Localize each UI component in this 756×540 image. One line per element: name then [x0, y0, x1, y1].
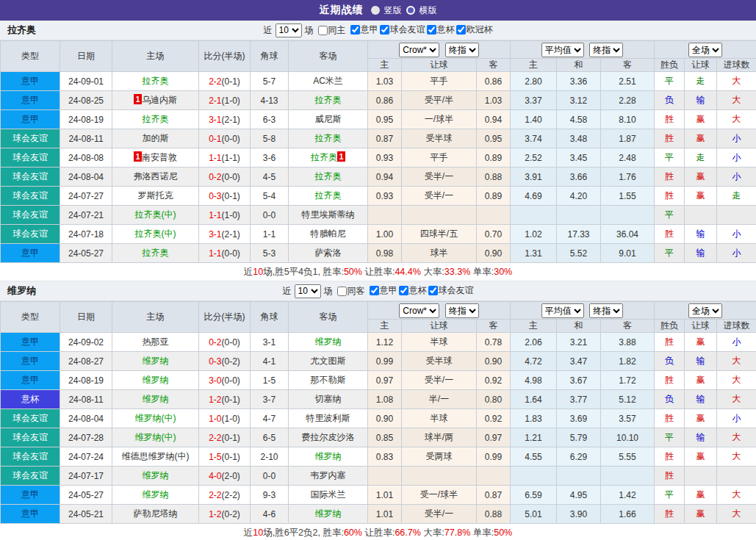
sub-avg-away: 客 — [601, 320, 655, 333]
avg-draw-cell — [557, 467, 601, 486]
league-checkbox[interactable] — [380, 25, 389, 35]
avg-away-cell: 1.82 — [601, 352, 655, 371]
halftime-score: (0-1) — [222, 76, 240, 87]
radio-vertical-icon[interactable] — [371, 6, 380, 15]
match-row: 意甲24-08-19拉齐奥3-1(2-1)6-3威尼斯0.95一/球半0.941… — [1, 110, 756, 129]
sub-avg-home: 主 — [511, 59, 557, 72]
fulltime-score: 1-1 — [209, 248, 221, 259]
avg-home-cell: 1.64 — [511, 390, 557, 409]
same-venue-filter[interactable]: 同客 — [336, 285, 365, 298]
same-venue-checkbox[interactable] — [337, 287, 347, 296]
scope-select[interactable]: 全场 — [688, 303, 722, 318]
summary-text: 场,胜6平2负2, 胜率: — [263, 528, 344, 538]
bookmaker-select[interactable]: Crow* — [399, 43, 439, 57]
league-filter[interactable]: 意甲 — [368, 284, 397, 297]
bookmaker-select[interactable]: Crow* — [399, 303, 439, 318]
radio-horizontal-label[interactable]: 横版 — [420, 4, 437, 17]
radio-horizontal-icon[interactable] — [406, 6, 415, 15]
away-team-cell: 维罗纳 — [289, 505, 368, 524]
avg-away-cell: 1.42 — [601, 486, 655, 505]
league-filter[interactable]: 意甲 — [349, 24, 378, 36]
avg-draw-cell: 3.47 — [557, 352, 601, 371]
team-label: AC米兰 — [313, 76, 343, 86]
layout-toggle: 竖版 横版 — [371, 4, 437, 17]
league-filter[interactable]: 球会友谊 — [427, 284, 474, 297]
league-checkbox[interactable] — [350, 25, 360, 35]
odds-home-cell: 0.93 — [368, 187, 402, 206]
score-cell: 3-0(0-0) — [199, 371, 251, 390]
odds-away-cell: 0.99 — [477, 447, 511, 467]
summary-text: 场,胜5平4负1, 胜率: — [263, 267, 344, 277]
result-label: 大 — [732, 114, 741, 124]
home-team-cell: 维罗纳(中) — [112, 409, 199, 428]
league-filter[interactable]: 球会友谊 — [378, 24, 425, 36]
league-checkbox[interactable] — [428, 286, 438, 295]
league-checkbox[interactable] — [427, 25, 436, 35]
sub-avg-draw: 和 — [557, 59, 601, 72]
league-checkbox[interactable] — [399, 286, 408, 295]
league-filter[interactable]: 意杯 — [397, 284, 427, 297]
date-cell: 24-09-01 — [60, 72, 112, 91]
away-team-cell: 维罗纳 — [289, 333, 368, 352]
match-row: 意甲24-09-02热那亚0-2(0-0)3-1维罗纳1.12半球0.782.0… — [1, 333, 756, 352]
score-cell: 0-2(0-0) — [199, 168, 251, 187]
scope-group-header: 全场 — [655, 302, 756, 320]
same-venue-checkbox[interactable] — [318, 26, 328, 35]
fulltime-score: 2-2 — [209, 433, 221, 443]
result-goals-cell: 小 — [717, 409, 756, 428]
handicap-line-cell — [402, 467, 477, 486]
results-table: 类型 日期 主场 比分(半场) 角球 客场 Crow* 终指 平均值 终指 — [0, 301, 756, 524]
avg-final-select[interactable]: 终指 — [589, 303, 623, 318]
team-label: 维罗纳 — [143, 489, 169, 500]
avg-away-cell: 2.48 — [601, 148, 655, 168]
avg-home-cell: 6.59 — [511, 486, 557, 505]
avg-home-cell: 1.83 — [511, 409, 557, 428]
odds-final-select[interactable]: 终指 — [445, 43, 479, 57]
result-label: 平 — [665, 432, 674, 442]
same-venue-label: 同客 — [348, 285, 365, 298]
handicap-line-cell: 四球半/五 — [402, 225, 477, 244]
date-cell: 24-08-04 — [60, 409, 112, 428]
home-team-cell: 维罗纳(中) — [112, 428, 199, 447]
result-label: 大 — [732, 451, 741, 461]
avg-away-cell: 1.66 — [601, 505, 655, 524]
result-wdl-cell: 胜 — [655, 168, 685, 187]
average-select[interactable]: 平均值 — [541, 303, 584, 318]
away-team-cell: 特里波利斯 — [289, 409, 368, 428]
handicap-line-cell: 受半/一 — [402, 371, 477, 390]
home-team-cell: 维罗纳 — [112, 371, 199, 390]
team-label: 维罗纳 — [143, 394, 169, 404]
result-label: 输 — [696, 432, 705, 442]
result-handicap-cell: 赢 — [685, 505, 717, 524]
average-select[interactable]: 平均值 — [541, 43, 584, 57]
away-team-cell: 尤文图斯 — [289, 352, 368, 371]
summary-stat-value: 50% — [494, 528, 512, 538]
halftime-score: (1-0) — [222, 210, 240, 220]
scope-select[interactable]: 全场 — [688, 43, 722, 57]
radio-vertical-label[interactable]: 竖版 — [384, 4, 402, 17]
match-count-select[interactable]: 10 — [276, 24, 302, 37]
corners-cell: 4-6 — [251, 505, 289, 524]
avg-final-select[interactable]: 终指 — [589, 43, 623, 57]
same-venue-filter[interactable]: 同主 — [317, 24, 346, 37]
odds-final-select[interactable]: 终指 — [445, 303, 479, 318]
halftime-score: (0-1) — [222, 395, 240, 405]
result-label: 小 — [732, 248, 741, 258]
league-checkbox[interactable] — [456, 25, 466, 35]
halftime-score: (2-1) — [222, 115, 240, 125]
home-team-cell: 1南安普敦 — [112, 148, 199, 168]
summary-text: 让胜率: — [362, 267, 395, 277]
corners-cell: 1-1 — [251, 225, 289, 244]
halftime-score: (0-2) — [222, 509, 240, 519]
league-filter[interactable]: 意杯 — [425, 24, 455, 36]
home-team-cell: 萨勒尼塔纳 — [112, 505, 199, 524]
result-wdl-cell: 胜 — [655, 505, 685, 524]
result-label: 大 — [732, 375, 741, 385]
match-count-select[interactable]: 10 — [295, 284, 321, 298]
result-label: 小 — [732, 152, 741, 162]
odds-away-cell — [477, 206, 511, 225]
league-checkbox[interactable] — [370, 286, 379, 295]
result-label: 赢 — [696, 133, 705, 143]
league-cell: 球会友谊 — [1, 409, 60, 428]
league-filter[interactable]: 欧冠杯 — [455, 24, 493, 36]
